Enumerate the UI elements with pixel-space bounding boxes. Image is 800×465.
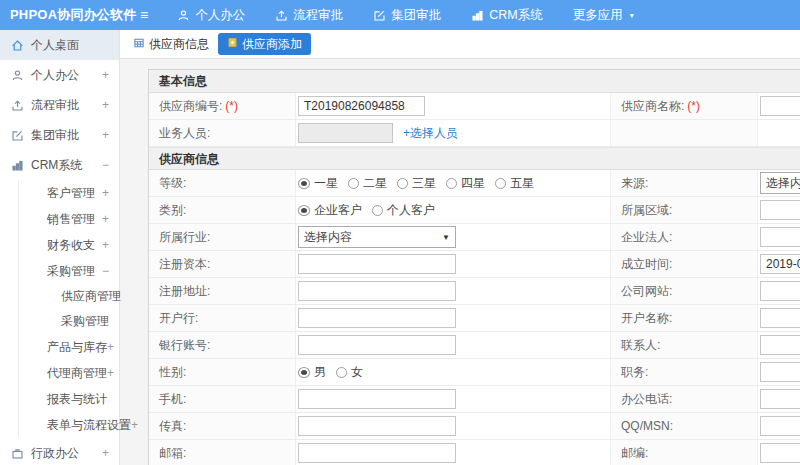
sidebar-item-0[interactable]: 个人桌面 (0, 30, 119, 60)
radio-五星[interactable] (495, 178, 506, 189)
select-dropdown[interactable]: 选择内容▼ (298, 226, 456, 248)
tab-active-1[interactable]: 供应商添加 (218, 33, 311, 55)
text-input[interactable] (298, 96, 425, 116)
tab-label: 供应商添加 (242, 36, 302, 53)
field-label: 注册资本: (149, 251, 296, 277)
text-input[interactable] (760, 254, 800, 274)
nav-item-2[interactable]: 集团审批 (358, 0, 456, 30)
radio-企业客户[interactable] (298, 205, 310, 216)
expand-icon[interactable]: + (102, 128, 109, 142)
expand-icon[interactable]: + (102, 186, 109, 200)
text-input[interactable] (760, 416, 800, 436)
field-label: 等级: (149, 170, 296, 196)
radio-女[interactable] (336, 367, 347, 378)
collapse-icon[interactable]: − (102, 264, 109, 278)
field-label: 邮编: (611, 440, 758, 465)
sidebar-item-4[interactable]: CRM系统− (0, 150, 119, 180)
radio-个人客户[interactable] (372, 205, 383, 216)
radio-男[interactable] (298, 367, 310, 378)
text-input[interactable] (298, 308, 456, 328)
field-label: 邮箱: (149, 440, 296, 465)
text-input[interactable] (298, 389, 456, 409)
sidebar-item-13[interactable]: 报表与统计 (0, 386, 119, 412)
tab-0[interactable]: 供应商信息 (133, 36, 209, 53)
select-value: 选择内容 (766, 175, 800, 192)
sidebar-item-6[interactable]: 销售管理+ (0, 206, 119, 232)
field-control (296, 93, 611, 119)
nav-item-0[interactable]: 个人办公 (162, 0, 260, 30)
field-control: 男女 (296, 359, 611, 385)
nav-item-label: 个人办公 (195, 7, 245, 24)
select-dropdown[interactable]: 选择内容▼ (760, 172, 800, 194)
sidebar-item-10[interactable]: 采购管理 (0, 309, 119, 334)
sidebar-item-9[interactable]: 供应商管理 (0, 284, 119, 309)
sidebar-item-label: 财务收支 (47, 237, 102, 254)
sidebar-item-3[interactable]: 集团审批+ (0, 120, 119, 150)
field-label (611, 120, 758, 146)
section-title: 基本信息 (149, 70, 800, 93)
collapse-icon[interactable]: − (102, 158, 109, 172)
briefcase-icon (10, 447, 24, 460)
expand-icon[interactable]: + (102, 98, 109, 112)
expand-icon[interactable]: + (107, 366, 114, 380)
sidebar-item-11[interactable]: 产品与库存+ (0, 334, 119, 360)
text-input[interactable] (298, 123, 393, 143)
text-input[interactable] (760, 227, 800, 247)
sidebar-item-label: 表单与流程设置 (47, 417, 131, 434)
tab-label: 供应商信息 (149, 36, 209, 53)
text-input[interactable] (760, 362, 800, 382)
text-input[interactable] (760, 443, 800, 463)
nav-item-label: CRM系统 (489, 7, 542, 24)
expand-icon[interactable]: + (102, 212, 109, 226)
form-row: 银行账号:联系人: (149, 332, 800, 359)
radio-三星[interactable] (397, 178, 408, 189)
nav-item-1[interactable]: 流程审批 (260, 0, 358, 30)
radio-四星[interactable] (446, 178, 457, 189)
sidebar-item-label: 供应商管理 (61, 288, 121, 305)
radio-二星[interactable] (348, 178, 359, 189)
hamburger-icon[interactable]: ≡ (140, 7, 148, 23)
nav-item-3[interactable]: CRM系统 (456, 0, 557, 30)
form-row: 类别:企业客户个人客户所属区域: (149, 197, 800, 224)
text-input[interactable] (760, 281, 800, 301)
field-control: 企业客户个人客户 (296, 197, 611, 223)
sidebar-item-15[interactable]: 行政办公+ (0, 438, 119, 465)
field-control: 一星二星三星四星五星 (296, 170, 611, 196)
text-input[interactable] (298, 281, 456, 301)
field-control (758, 197, 800, 223)
text-input[interactable] (298, 443, 456, 463)
field-label: 来源: (611, 170, 758, 196)
form-row: 业务人员:+选择人员 (149, 120, 800, 147)
sidebar-item-14[interactable]: 表单与流程设置+ (0, 412, 119, 438)
sidebar-item-1[interactable]: 个人办公+ (0, 60, 119, 90)
sidebar-item-12[interactable]: 代理商管理+ (0, 360, 119, 386)
select-person-link[interactable]: +选择人员 (403, 125, 458, 142)
text-input[interactable] (298, 254, 456, 274)
nav-item-4[interactable]: 更多应用▾ (558, 0, 649, 30)
radio-一星[interactable] (298, 178, 310, 189)
expand-icon[interactable]: + (102, 446, 109, 460)
field-control: 选择内容▼ (296, 224, 611, 250)
field-control (296, 278, 611, 304)
sidebar-item-2[interactable]: 流程审批+ (0, 90, 119, 120)
text-input[interactable] (760, 389, 800, 409)
text-input[interactable] (760, 335, 800, 355)
expand-icon[interactable]: + (102, 68, 109, 82)
text-input[interactable] (298, 416, 456, 436)
form-row: 邮箱:邮编: (149, 440, 800, 465)
sidebar-item-label: 采购管理 (61, 313, 109, 330)
text-input[interactable] (760, 96, 800, 116)
form-row: 传真:QQ/MSN: (149, 413, 800, 440)
sidebar-item-5[interactable]: 客户管理+ (0, 180, 119, 206)
expand-icon[interactable]: + (102, 238, 109, 252)
required-mark: (*) (225, 99, 238, 113)
expand-icon[interactable]: + (131, 418, 138, 432)
sidebar-item-7[interactable]: 财务收支+ (0, 232, 119, 258)
sidebar-item-8[interactable]: 采购管理− (0, 258, 119, 284)
radio-label: 四星 (461, 175, 485, 192)
text-input[interactable] (298, 335, 456, 355)
expand-icon[interactable]: + (107, 340, 114, 354)
text-input[interactable] (760, 200, 800, 220)
text-input[interactable] (760, 308, 800, 328)
caret-down-icon: ▾ (630, 11, 634, 20)
